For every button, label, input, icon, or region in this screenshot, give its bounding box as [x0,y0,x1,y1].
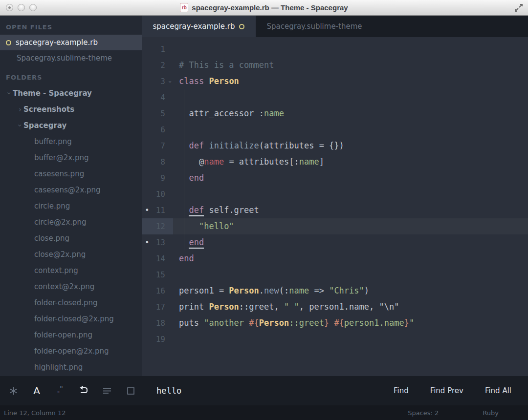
code-editor[interactable]: 12# This is a comment3›class Person45 at… [142,37,528,376]
chevron-right-icon[interactable]: › [17,105,23,113]
tree-file-row[interactable]: folder-closed@2x.png [0,311,142,327]
find-panel: A"" hello FindFind PrevFind All [0,376,528,405]
find-prev-button[interactable]: Find Prev [430,386,463,395]
line-number: 9 [160,173,165,183]
code-line[interactable]: 15 [142,267,528,283]
code-line[interactable]: 2# This is a comment [142,57,528,73]
tree-file-row[interactable]: casesens@2x.png [0,182,142,198]
code-content: def initialize(attributes = {}) [173,138,344,154]
tab-label: Spacegray.sublime-theme [267,22,362,31]
wrap-icon[interactable] [78,385,89,396]
tree-file-row[interactable]: circle@2x.png [0,214,142,230]
line-number-gutter: 10 [142,186,173,202]
code-line[interactable]: 5 attr_accessor :name [142,105,528,122]
open-files-list: spacegray-example.rbSpacegray.sublime-th… [0,35,142,66]
code-token: #{ [334,318,344,328]
file-label: folder-open.png [34,331,92,339]
tree-file-row[interactable]: folder-open.png [0,327,142,343]
line-number-gutter: 12 [142,218,173,234]
code-token: new [264,286,279,295]
line-number-gutter: 8 [142,154,173,170]
chevron-down-icon[interactable]: › [16,122,24,129]
tree-folder-row[interactable]: › Theme - Spacegray [0,85,142,101]
code-token: Person [209,302,239,312]
syntax-setting[interactable]: Ruby [483,409,499,417]
tree-file-row[interactable]: buffer.png [0,133,142,149]
find-input[interactable]: hello [156,386,181,396]
code-token: Person [259,318,289,328]
regex-icon[interactable] [8,385,19,396]
code-token: puts [179,318,204,328]
code-line[interactable]: •11 def self.greet [142,202,528,218]
fullscreen-icon[interactable] [514,3,523,12]
folders-heading: FOLDERS [0,66,142,85]
line-number: 12 [156,222,165,231]
code-token: end [189,173,204,183]
tree-folder-row[interactable]: › Screenshots [0,101,142,117]
tab-inactive[interactable]: Spacegray.sublime-theme [256,16,373,37]
tree-file-row[interactable]: highlight.png [0,359,142,375]
code-token: name [204,157,224,167]
code-line[interactable]: 16person1 = Person.new(:name => "Chris") [142,283,528,299]
code-line[interactable]: 18puts "another #{Person::greet} #{perso… [142,315,528,331]
minimize-button[interactable] [18,4,25,11]
line-number-gutter: 14 [142,251,173,267]
open-file-item[interactable]: Spacegray.sublime-theme [0,50,142,66]
open-file-item[interactable]: spacegray-example.rb [0,35,142,50]
code-line[interactable]: •13 end [142,234,528,251]
code-line[interactable]: 12 "hello" [142,218,528,234]
code-line[interactable]: 14end [142,251,528,267]
code-token: => [309,286,329,295]
zoom-button[interactable] [29,4,37,11]
tree-file-row[interactable]: context@2x.png [0,278,142,294]
code-token: } [324,318,329,328]
code-token [204,141,209,150]
line-number: 14 [156,254,165,263]
code-line[interactable]: 3›class Person [142,73,528,89]
code-line[interactable]: 19 [142,331,528,347]
chevron-down-icon[interactable]: › [5,90,13,97]
line-number: 10 [156,189,165,199]
file-label: context.png [34,266,78,275]
case-sensitive-icon[interactable]: A [31,385,42,396]
tab-modified-ring-icon[interactable] [239,24,244,29]
code-content: # This is a comment [173,57,274,73]
code-line[interactable]: 7 def initialize(attributes = {}) [142,138,528,154]
in-selection-icon[interactable] [102,385,112,396]
whole-word-icon[interactable]: "" [55,385,66,396]
code-token: (: [279,286,289,295]
code-token: ] [319,157,324,167]
code-line[interactable]: 9 end [142,170,528,186]
code-token: . [259,286,264,295]
line-number-gutter: •11 [142,202,173,218]
file-label: circle@2x.png [34,218,87,227]
tree-file-row[interactable]: buffer@2x.png [0,149,142,166]
traffic-lights [6,4,37,11]
line-number-gutter: 3› [142,73,173,89]
code-line[interactable]: 6 [142,122,528,138]
code-line[interactable]: 4 [142,89,528,105]
indent-setting[interactable]: Spaces: 2 [408,409,439,417]
fold-chevron-icon[interactable]: › [163,80,179,84]
find-all-button[interactable]: Find All [485,386,511,395]
code-content: end [173,170,204,186]
tree-folder-row[interactable]: › Spacegray [0,117,142,133]
modified-ring-icon [6,40,11,45]
tree-file-row[interactable]: circle.png [0,198,142,214]
code-line[interactable]: 1 [142,41,528,57]
close-button[interactable] [6,4,13,11]
tree-file-row[interactable]: folder-open@2x.png [0,343,142,359]
code-line[interactable]: 10 [142,186,528,202]
tree-file-row[interactable]: context.png [0,262,142,278]
tab-active[interactable]: spacegray-example.rb [142,16,256,37]
file-label: buffer.png [34,137,72,146]
tree-file-row[interactable]: folder-closed.png [0,294,142,311]
find-button[interactable]: Find [394,386,409,395]
tree-file-row[interactable]: close.png [0,230,142,246]
code-content: def self.greet [173,202,259,218]
code-line[interactable]: 17print Person::greet, " ", person1.name… [142,299,528,315]
tree-file-row[interactable]: close@2x.png [0,246,142,262]
preserve-case-icon[interactable] [125,385,136,396]
tree-file-row[interactable]: casesens.png [0,166,142,182]
code-line[interactable]: 8 @name = attributes[:name] [142,154,528,170]
